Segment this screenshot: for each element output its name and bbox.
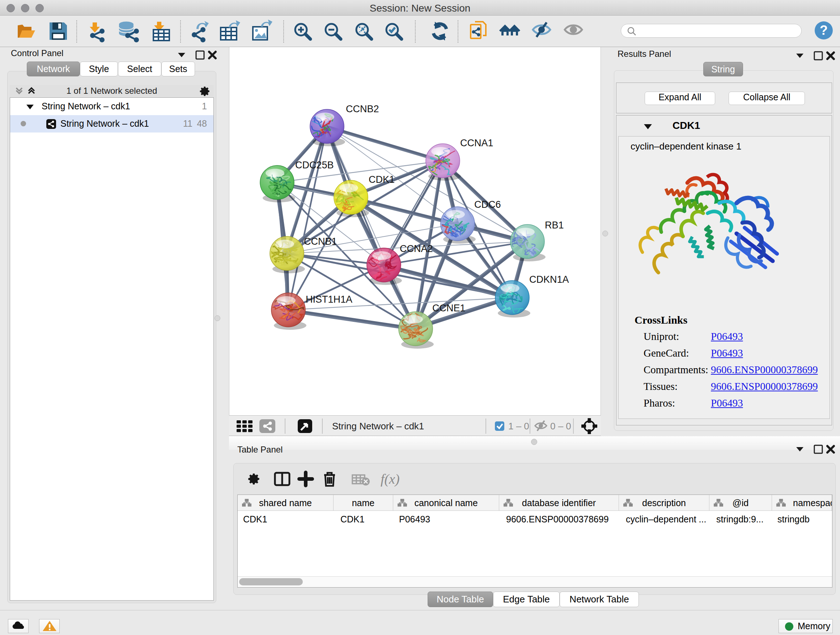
svg-text:CCNB1: CCNB1 bbox=[304, 236, 337, 247]
svg-text:1 – 0: 1 – 0 bbox=[508, 421, 529, 432]
svg-text:HIST1H1A: HIST1H1A bbox=[306, 294, 352, 305]
svg-text:CDC25B: CDC25B bbox=[295, 160, 334, 171]
svg-text:f(x): f(x) bbox=[381, 471, 400, 487]
svg-text:RB1: RB1 bbox=[545, 220, 564, 231]
svg-text:CDKN1A: CDKN1A bbox=[529, 274, 569, 285]
svg-text:CCNB2: CCNB2 bbox=[346, 103, 379, 114]
svg-text:CCNA2: CCNA2 bbox=[400, 243, 433, 254]
svg-text:CCNE1: CCNE1 bbox=[432, 302, 466, 314]
svg-text:String Network – cdk1: String Network – cdk1 bbox=[332, 421, 424, 432]
svg-text:0 – 0: 0 – 0 bbox=[550, 421, 571, 432]
svg-text:CDC6: CDC6 bbox=[474, 199, 501, 210]
svg-text:?: ? bbox=[820, 23, 828, 38]
svg-text:CDK1: CDK1 bbox=[369, 174, 395, 185]
svg-text:CCNA1: CCNA1 bbox=[460, 138, 493, 149]
